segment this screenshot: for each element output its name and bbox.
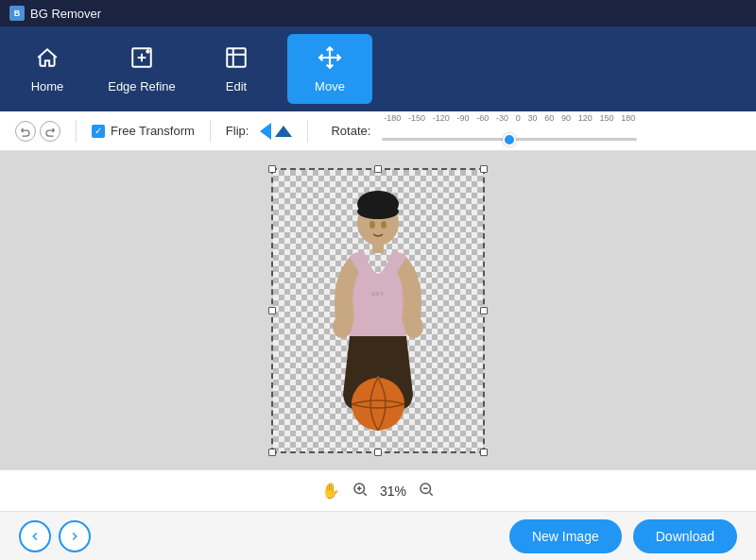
svg-point-10 (369, 221, 375, 229)
zoom-in-icon[interactable] (352, 481, 369, 501)
svg-text:อหร: อหร (371, 290, 384, 297)
nav-home-label: Home (31, 79, 64, 93)
divider-1 (76, 120, 77, 143)
download-button[interactable]: Download (633, 519, 737, 553)
free-transform-toggle[interactable]: ✓ Free Transform (92, 124, 195, 138)
rotate-track (382, 131, 637, 148)
canvas-area: อหร (0, 151, 756, 469)
nav-arrows-group (19, 520, 91, 552)
app-icon: B (9, 6, 25, 21)
handle-top-middle[interactable] (374, 165, 382, 173)
handle-middle-left[interactable] (268, 307, 276, 314)
subject-image: อหร (298, 187, 458, 451)
titlebar: B BG Remover (0, 0, 756, 26)
nav-edge-refine-label: Edge Refine (108, 79, 176, 93)
handle-bottom-left[interactable] (268, 449, 276, 456)
action-bar: New Image Download (0, 511, 756, 560)
home-icon (35, 45, 60, 74)
flip-label: Flip: (226, 124, 249, 138)
divider-3 (307, 120, 308, 143)
next-button[interactable] (59, 520, 91, 552)
svg-point-11 (381, 221, 387, 229)
image-container[interactable]: อหร (273, 170, 483, 451)
svg-point-9 (357, 204, 399, 219)
controls-bar: ✓ Free Transform Flip: Rotate: -180 -150… (0, 111, 756, 151)
zoom-level: 31% (380, 484, 406, 499)
move-icon (318, 45, 342, 74)
prev-button[interactable] (19, 520, 51, 552)
nav-edit-label: Edit (226, 79, 247, 93)
handle-top-right[interactable] (480, 165, 488, 173)
zoom-out-icon[interactable] (418, 481, 435, 501)
app-title: BG Remover (30, 7, 101, 21)
handle-bottom-right[interactable] (480, 449, 488, 456)
handle-bottom-middle[interactable] (374, 449, 382, 456)
handle-middle-right[interactable] (480, 307, 488, 314)
rotate-tick-labels: -180 -150 -120 -90 -60 -30 0 30 60 90 12… (382, 114, 637, 123)
undo-redo-group (15, 121, 60, 142)
edit-icon (224, 45, 249, 74)
nav-home[interactable]: Home (0, 26, 94, 111)
svg-point-6 (404, 315, 423, 338)
handle-top-left[interactable] (268, 165, 276, 173)
flip-vertical-button[interactable] (275, 126, 292, 137)
hand-tool-icon[interactable]: ✋ (321, 482, 340, 500)
divider-2 (210, 120, 211, 143)
nav-move-label: Move (315, 79, 345, 93)
zoom-bar: ✋ 31% (0, 469, 756, 511)
svg-point-7 (352, 378, 404, 431)
nav-move[interactable]: Move (287, 34, 372, 104)
rotate-slider[interactable] (382, 138, 637, 141)
rotate-label: Rotate: (331, 124, 370, 138)
svg-point-5 (333, 315, 352, 338)
free-transform-label: Free Transform (111, 124, 195, 138)
flip-arrows-group (260, 123, 292, 140)
flip-horizontal-button[interactable] (260, 123, 271, 140)
navbar: Home Edge Refine Edit Move (0, 26, 756, 111)
svg-point-1 (146, 49, 149, 53)
nav-edit[interactable]: Edit (189, 26, 284, 111)
free-transform-checkbox[interactable]: ✓ (92, 125, 105, 138)
undo-button[interactable] (15, 121, 36, 142)
rotate-slider-group: -180 -150 -120 -90 -60 -30 0 30 60 90 12… (382, 114, 637, 148)
redo-button[interactable] (40, 121, 60, 142)
new-image-button[interactable]: New Image (509, 519, 622, 553)
svg-rect-4 (372, 242, 384, 253)
svg-rect-2 (227, 48, 246, 67)
nav-edge-refine[interactable]: Edge Refine (94, 26, 189, 111)
edge-refine-icon (129, 45, 154, 74)
action-buttons-group: New Image Download (509, 519, 737, 553)
